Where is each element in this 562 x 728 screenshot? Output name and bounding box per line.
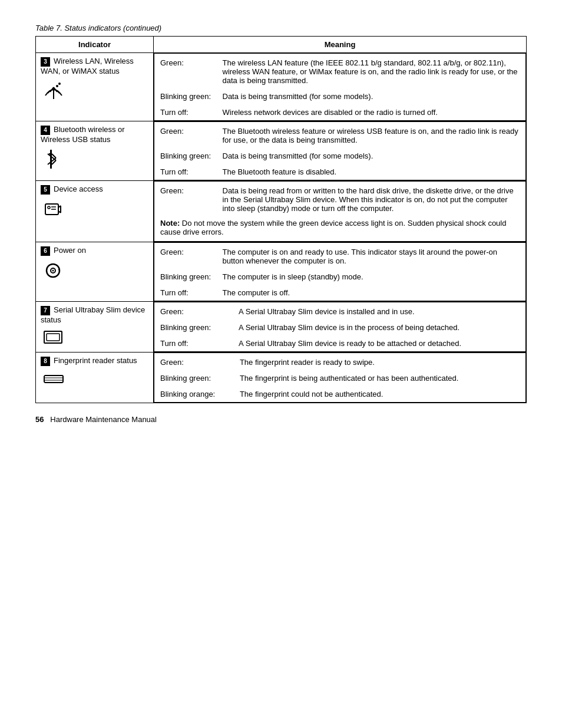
status-desc: The computer is off. — [219, 285, 526, 301]
status-row: Turn off:The Bluetooth feature is disabl… — [154, 164, 526, 180]
badge-3: 3 — [41, 57, 50, 67]
status-row: Turn off:The computer is off. — [154, 285, 526, 301]
status-label: Green: — [154, 302, 236, 320]
status-desc: The computer is on and ready to use. Thi… — [219, 243, 526, 269]
indicator-cell-5: 5Device access — [36, 181, 154, 242]
status-row: Blinking green:Data is being transmitted… — [154, 88, 526, 104]
footer-title: Hardware Maintenance Manual — [50, 415, 157, 424]
header-meaning: Meaning — [154, 37, 527, 53]
status-row: Blinking green:Data is being transmitted… — [154, 148, 526, 164]
indicator-cell-6: 6Power on ° — [36, 242, 154, 302]
indicator-cell-4: 4Bluetooth wireless or Wireless USB stat… — [36, 121, 154, 181]
status-label: Turn off: — [154, 164, 219, 180]
status-desc: Data is being transmitted (for some mode… — [219, 88, 526, 104]
status-label: Green: — [154, 54, 219, 89]
status-row: Green:The Bluetooth wireless feature or … — [154, 122, 526, 149]
footer-page: 56 — [35, 415, 44, 424]
status-desc: The fingerprint is being authenticated o… — [236, 370, 526, 386]
icon-power: ° — [43, 261, 148, 283]
meaning-inner-5: Green:Data is being read from or written… — [154, 181, 526, 242]
status-desc: A Serial Ultrabay Slim device is in the … — [235, 319, 525, 335]
status-row: Blinking green:The computer is in sleep … — [154, 269, 526, 285]
status-label: Turn off: — [154, 335, 236, 352]
status-row: Blinking green:The fingerprint is being … — [154, 370, 526, 386]
badge-7: 7 — [41, 306, 50, 315]
status-desc: A Serial Ultrabay Slim device is install… — [235, 302, 525, 320]
status-label: Turn off: — [154, 104, 219, 121]
table-title: Table 7. Status indicators (continued) — [35, 24, 527, 32]
meaning-inner-4: Green:The Bluetooth wireless feature or … — [154, 121, 526, 180]
table-row: 4Bluetooth wireless or Wireless USB stat… — [36, 121, 527, 181]
icon-bluetooth — [43, 149, 148, 172]
status-table: Indicator Meaning 3Wireless LAN, Wireles… — [35, 36, 527, 403]
status-row: Turn off:A Serial Ultrabay Slim device i… — [154, 335, 526, 352]
status-row: Green:The fingerprint reader is ready to… — [154, 353, 526, 371]
status-desc: Data is being transmitted (for some mode… — [219, 148, 526, 164]
note-row: Note: Do not move the system while the g… — [154, 216, 526, 242]
status-label: Blinking green: — [154, 269, 219, 285]
header-indicator: Indicator — [36, 37, 154, 53]
svg-rect-5 — [50, 150, 52, 169]
icon-hdd — [43, 199, 148, 222]
status-label: Green: — [154, 122, 219, 149]
status-label: Green: — [154, 243, 219, 269]
status-desc: Wireless network devices are disabled or… — [219, 104, 526, 121]
status-label: Blinking green: — [154, 370, 236, 386]
table-row: 7Serial Ultrabay Slim device status Gree… — [36, 302, 527, 353]
status-label: Turn off: — [154, 285, 219, 301]
status-desc: The fingerprint could not be authenticat… — [236, 386, 526, 403]
status-row: Blinking green:A Serial Ultrabay Slim de… — [154, 319, 526, 335]
status-desc: The computer is in sleep (standby) mode. — [219, 269, 526, 285]
status-label: Blinking orange: — [154, 386, 236, 403]
meaning-cell-8: Green:The fingerprint reader is ready to… — [154, 353, 527, 403]
icon-wifi — [43, 80, 148, 104]
table-row: 3Wireless LAN, Wireless WAN, or WiMAX st… — [36, 53, 527, 121]
status-row: Green:Data is being read from or written… — [154, 182, 526, 217]
table-row: 8Fingerprint reader status Green:The fin… — [36, 353, 527, 403]
meaning-cell-4: Green:The Bluetooth wireless feature or … — [154, 121, 527, 181]
indicator-name-7: Serial Ultrabay Slim device status — [41, 305, 145, 324]
indicator-name-8: Fingerprint reader status — [54, 356, 137, 365]
status-label: Green: — [154, 353, 236, 371]
badge-4: 4 — [41, 126, 50, 135]
svg-rect-26 — [44, 375, 63, 383]
icon-bay — [43, 329, 148, 348]
status-label: Blinking green: — [154, 319, 236, 335]
svg-rect-17 — [48, 206, 50, 209]
status-row: Turn off:Wireless network devices are di… — [154, 104, 526, 121]
svg-point-4 — [58, 83, 61, 85]
icon-fingerprint — [43, 371, 148, 386]
indicator-name-6: Power on — [54, 246, 86, 255]
meaning-cell-6: Green:The computer is on and ready to us… — [154, 242, 527, 302]
status-label: Blinking green: — [154, 148, 219, 164]
note-text: Note: Do not move the system while the g… — [154, 216, 526, 242]
svg-rect-25 — [47, 334, 59, 341]
status-desc: The wireless LAN feature (the IEEE 802.1… — [219, 54, 526, 89]
svg-text:°: ° — [58, 268, 60, 274]
status-row: Blinking orange:The fingerprint could no… — [154, 386, 526, 403]
indicator-cell-8: 8Fingerprint reader status — [36, 353, 154, 403]
meaning-cell-5: Green:Data is being read from or written… — [154, 181, 527, 242]
status-row: Green:A Serial Ultrabay Slim device is i… — [154, 302, 526, 320]
status-label: Green: — [154, 182, 219, 217]
meaning-inner-3: Green:The wireless LAN feature (the IEEE… — [154, 53, 526, 121]
svg-point-3 — [56, 85, 58, 87]
badge-8: 8 — [41, 357, 50, 366]
status-label: Blinking green: — [154, 88, 219, 104]
indicator-cell-3: 3Wireless LAN, Wireless WAN, or WiMAX st… — [36, 53, 154, 121]
meaning-cell-7: Green:A Serial Ultrabay Slim device is i… — [154, 302, 527, 353]
status-row: Green:The wireless LAN feature (the IEEE… — [154, 54, 526, 89]
indicator-name-3: Wireless LAN, Wireless WAN, or WiMAX sta… — [41, 57, 134, 75]
badge-5: 5 — [41, 185, 50, 195]
status-desc: A Serial Ultrabay Slim device is ready t… — [235, 335, 525, 352]
meaning-inner-6: Green:The computer is on and ready to us… — [154, 242, 526, 301]
indicator-cell-7: 7Serial Ultrabay Slim device status — [36, 302, 154, 353]
status-desc: The Bluetooth feature is disabled. — [219, 164, 526, 180]
status-desc: The Bluetooth wireless feature or wirele… — [219, 122, 526, 149]
status-desc: The fingerprint reader is ready to swipe… — [236, 353, 526, 371]
status-desc: Data is being read from or written to th… — [219, 182, 526, 217]
meaning-cell-3: Green:The wireless LAN feature (the IEEE… — [154, 53, 527, 121]
indicator-name-5: Device access — [54, 185, 103, 193]
table-row: 6Power on ° Green:The computer is on and… — [36, 242, 527, 302]
meaning-inner-7: Green:A Serial Ultrabay Slim device is i… — [154, 302, 526, 352]
